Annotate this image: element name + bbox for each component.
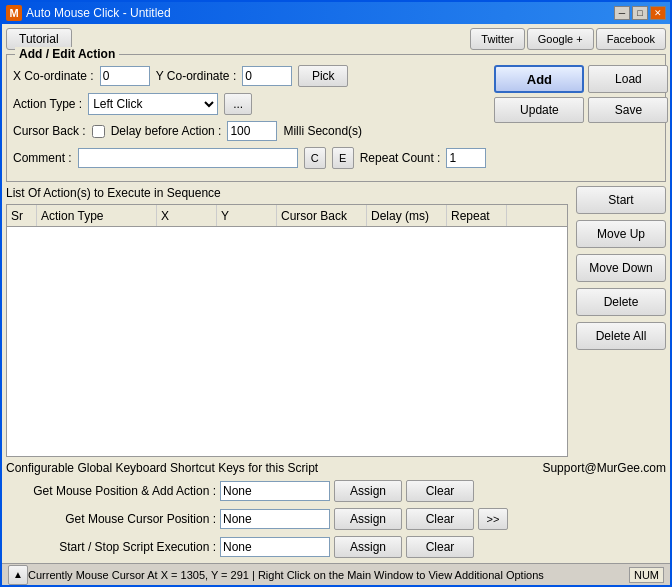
load-button[interactable]: Load [588, 65, 668, 93]
cursor-back-label: Cursor Back : [13, 124, 86, 138]
table-header: Sr Action Type X Y Cursor Back Delay (ms… [7, 205, 567, 227]
title-bar-left: M Auto Mouse Click - Untitled [6, 5, 171, 21]
title-bar: M Auto Mouse Click - Untitled ─ □ ✕ [2, 2, 670, 24]
clear-button-3[interactable]: Clear [406, 536, 474, 558]
twitter-button[interactable]: Twitter [470, 28, 524, 50]
keyboard-header: Configurable Global Keyboard Shortcut Ke… [6, 461, 666, 475]
more-button[interactable]: ... [224, 93, 252, 115]
y-coord-input[interactable] [242, 66, 292, 86]
table-body [7, 227, 567, 382]
comment-input[interactable] [78, 148, 298, 168]
scroll-up-button[interactable]: ▲ [8, 565, 28, 585]
social-buttons: Twitter Google + Facebook [470, 28, 666, 50]
milli-label: Milli Second(s) [283, 124, 362, 138]
col-y: Y [217, 205, 277, 226]
action-type-select[interactable]: Left Click Right Click Double Click Midd… [88, 93, 218, 115]
shortcut-row-2: Get Mouse Cursor Position : Assign Clear… [6, 507, 666, 531]
pick-button[interactable]: Pick [298, 65, 348, 87]
shortcut-value-3[interactable] [220, 537, 330, 557]
cursor-back-checkbox[interactable] [92, 125, 105, 138]
shortcut-label-1: Get Mouse Position & Add Action : [6, 484, 216, 498]
shortcut-value-2[interactable] [220, 509, 330, 529]
shortcut-row-3: Start / Stop Script Execution : Assign C… [6, 535, 666, 559]
c-button[interactable]: C [304, 147, 326, 169]
col-repeat: Repeat [447, 205, 507, 226]
main-area: List Of Action(s) to Execute in Sequence… [6, 186, 666, 457]
title-bar-controls: ─ □ ✕ [614, 6, 666, 20]
col-sr: Sr [7, 205, 37, 226]
add-edit-group: Add / Edit Action X Co-ordinate : Y Co-o… [6, 54, 666, 182]
col-cursor-back: Cursor Back [277, 205, 367, 226]
shortcut-value-1[interactable] [220, 481, 330, 501]
x-coord-input[interactable] [100, 66, 150, 86]
list-table[interactable]: Sr Action Type X Y Cursor Back Delay (ms… [6, 204, 568, 457]
x-coord-label: X Co-ordinate : [13, 69, 94, 83]
start-button[interactable]: Start [576, 186, 666, 214]
keyboard-section: Configurable Global Keyboard Shortcut Ke… [6, 461, 666, 559]
status-bar: ▲ Currently Mouse Cursor At X = 1305, Y … [2, 563, 670, 585]
shortcut-label-2: Get Mouse Cursor Position : [6, 512, 216, 526]
close-button[interactable]: ✕ [650, 6, 666, 20]
app-icon: M [6, 5, 22, 21]
right-buttons: Start Move Up Move Down Delete Delete Al… [572, 186, 666, 457]
delete-all-button[interactable]: Delete All [576, 322, 666, 350]
col-action-type: Action Type [37, 205, 157, 226]
shortcut-label-3: Start / Stop Script Execution : [6, 540, 216, 554]
support-label: Support@MurGee.com [542, 461, 666, 475]
comment-label: Comment : [13, 151, 72, 165]
assign-button-3[interactable]: Assign [334, 536, 402, 558]
assign-button-2[interactable]: Assign [334, 508, 402, 530]
y-coord-label: Y Co-ordinate : [156, 69, 237, 83]
move-up-button[interactable]: Move Up [576, 220, 666, 248]
list-title: List Of Action(s) to Execute in Sequence [6, 186, 568, 200]
main-window: M Auto Mouse Click - Untitled ─ □ ✕ Tuto… [0, 0, 672, 587]
e-button[interactable]: E [332, 147, 354, 169]
action-type-label: Action Type : [13, 97, 82, 111]
delete-button[interactable]: Delete [576, 288, 666, 316]
window-title: Auto Mouse Click - Untitled [26, 6, 171, 20]
status-text: Currently Mouse Cursor At X = 1305, Y = … [28, 569, 629, 581]
assign-button-1[interactable]: Assign [334, 480, 402, 502]
delay-input[interactable] [227, 121, 277, 141]
repeat-count-label: Repeat Count : [360, 151, 441, 165]
list-area: List Of Action(s) to Execute in Sequence… [6, 186, 568, 457]
google-button[interactable]: Google + [527, 28, 594, 50]
facebook-button[interactable]: Facebook [596, 28, 666, 50]
clear-button-2[interactable]: Clear [406, 508, 474, 530]
forward-button[interactable]: >> [478, 508, 508, 530]
repeat-count-input[interactable] [446, 148, 486, 168]
main-content: Tutorial Twitter Google + Facebook Add /… [2, 24, 670, 563]
group-title: Add / Edit Action [15, 47, 119, 61]
keyboard-title: Configurable Global Keyboard Shortcut Ke… [6, 461, 318, 475]
num-indicator: NUM [629, 567, 664, 583]
col-delay: Delay (ms) [367, 205, 447, 226]
minimize-button[interactable]: ─ [614, 6, 630, 20]
move-down-button[interactable]: Move Down [576, 254, 666, 282]
save-button[interactable]: Save [588, 97, 668, 123]
shortcut-row-1: Get Mouse Position & Add Action : Assign… [6, 479, 666, 503]
delay-label: Delay before Action : [111, 124, 222, 138]
add-button[interactable]: Add [494, 65, 584, 93]
update-button[interactable]: Update [494, 97, 584, 123]
col-x: X [157, 205, 217, 226]
maximize-button[interactable]: □ [632, 6, 648, 20]
clear-button-1[interactable]: Clear [406, 480, 474, 502]
